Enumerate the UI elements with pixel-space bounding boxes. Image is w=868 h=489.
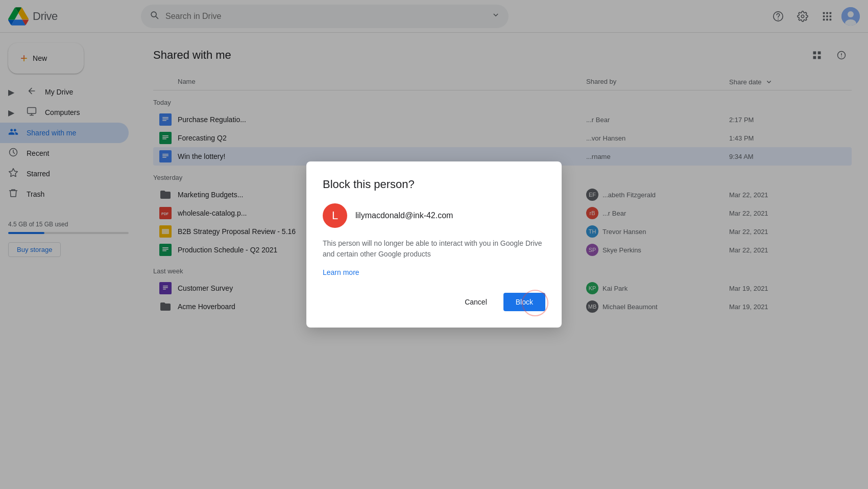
- dialog-title: Block this person?: [323, 178, 545, 191]
- cancel-button[interactable]: Cancel: [452, 293, 499, 311]
- block-button[interactable]: Block: [503, 293, 545, 311]
- dialog-actions: Cancel Block: [323, 293, 545, 311]
- dialog-overlay[interactable]: Block this person? L lilymacdonald@ink-4…: [0, 0, 868, 489]
- learn-more-link[interactable]: Learn more: [323, 268, 359, 276]
- dialog-person-info: L lilymacdonald@ink-42.com: [323, 203, 545, 228]
- person-email: lilymacdonald@ink-42.com: [355, 211, 453, 220]
- block-person-dialog: Block this person? L lilymacdonald@ink-4…: [306, 161, 562, 328]
- person-avatar: L: [323, 203, 347, 228]
- dialog-body-text: This person will no longer be able to in…: [323, 238, 545, 260]
